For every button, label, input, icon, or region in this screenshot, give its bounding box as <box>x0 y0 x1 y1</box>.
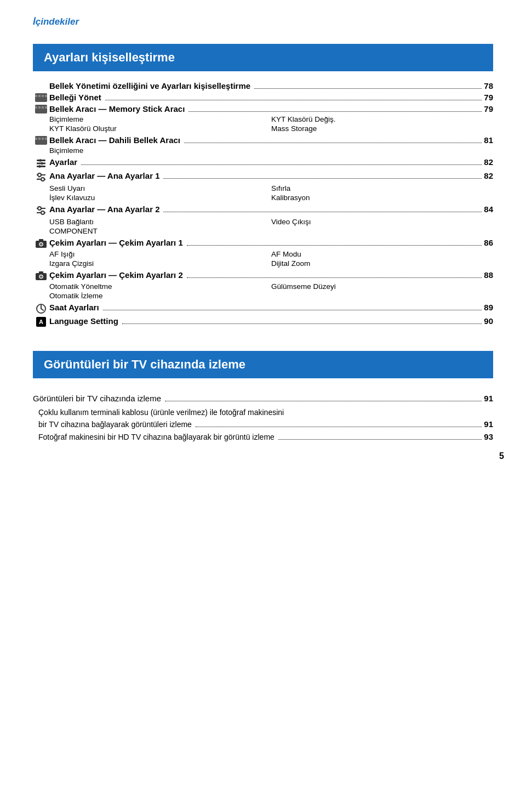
toc-dots <box>196 427 482 427</box>
toc-dots <box>163 178 482 179</box>
toc-sub-item: Kalibrasyon <box>271 193 493 202</box>
toc-entry-cekim-ayarlari-1: Çekim Ayarları — Çekim Ayarları 1 86 AF … <box>33 238 493 268</box>
toc-sub-item: Biçimleme <box>49 115 271 124</box>
toc-page-3: 93 <box>484 432 493 441</box>
toc-page-ana-ayarlar-2: 84 <box>484 205 493 214</box>
toc-sub-item <box>271 226 493 236</box>
toc-sub-ana-ayarlar-2: USB Bağlantı Video Çıkışı COMPONENT <box>33 217 493 236</box>
camera-icon-1 <box>33 239 49 248</box>
toc-entry-bellek-araci: Bellek Aracı — Memory Stick Aracı 79 Biç… <box>33 104 493 133</box>
section2-text3: Fotoğraf makinesini bir HD TV cihazına b… <box>38 433 275 441</box>
toc-sub-item: USB Bağlantı <box>49 217 271 226</box>
toc-entry-ana-ayarlar-2: Ana Ayarlar — Ana Ayarlar 2 84 USB Bağla… <box>33 205 493 236</box>
toc-page-bellek-dahili: 81 <box>484 135 493 145</box>
toc-title-language: Language Setting <box>49 316 118 326</box>
toc-entry-cekim-ayarlari-2: Çekim Ayarları — Çekim Ayarları 2 88 Oto… <box>33 270 493 300</box>
svg-point-12 <box>38 207 41 210</box>
section2-subtext-block: Çoklu kullanım terminali kablosu (ürünle… <box>33 406 493 441</box>
toc-title-bellek-dahili: Bellek Aracı — Dahili Bellek Aracı <box>49 135 180 145</box>
toc-sub-cekim-1: AF Işığı AF Modu Izgara Çizgisi Dijital … <box>33 249 493 268</box>
toc-entry-ana-ayarlar-1: ♩ Ana Ayarlar — Ana Ayarlar 1 82 Sesli U… <box>33 171 493 202</box>
toc-sub-item: Otomatik İzleme <box>49 291 271 300</box>
svg-rect-3 <box>39 159 41 162</box>
clock-icon <box>33 303 49 314</box>
toc-sub-item: Sıfırla <box>271 184 493 193</box>
memory-icon-2 <box>33 105 49 113</box>
toc-dots <box>122 323 482 324</box>
tune-icon-2 <box>33 205 49 216</box>
toc-entry-goruntuleri-tv: Görüntüleri bir TV cihazında izleme 91 <box>33 394 493 403</box>
settings-icon <box>33 158 49 169</box>
toc-dots <box>163 212 482 212</box>
toc-sub-bellek-dahili: Biçimleme <box>33 146 493 155</box>
svg-point-21 <box>40 275 43 278</box>
toc-title-cekim-2: Çekim Ayarları — Çekim Ayarları 2 <box>49 270 183 280</box>
toc-sub-item: İşlev Kılavuzu <box>49 193 271 202</box>
toc-title-bellek-yonetimi: Bellek Yönetimi özelliğini ve Ayarları k… <box>49 81 250 90</box>
toc-entry-bellek-araci-dahili: Bellek Aracı — Dahili Bellek Aracı 81 Bi… <box>33 135 493 155</box>
page-number: 5 <box>499 451 504 461</box>
toc-title-bellegi-yonet: Belleği Yönet <box>49 93 101 102</box>
toc-dots <box>81 164 482 165</box>
toc-page-ayarlar: 82 <box>484 157 493 167</box>
toc-page-saat: 89 <box>484 303 493 312</box>
toc-sub-item <box>271 146 493 155</box>
toc-entry-bellek-yonetimi: Bellek Yönetimi özelliğini ve Ayarları k… <box>33 81 493 90</box>
toc-dots <box>184 143 482 143</box>
svg-rect-22 <box>39 271 43 274</box>
toc-sub-item: Otomatik Yöneltme <box>49 282 271 291</box>
svg-rect-18 <box>39 239 43 241</box>
toc-section1: Bellek Yönetimi özelliğini ve Ayarları k… <box>33 81 493 327</box>
toc-title-saat: Saat Ayarları <box>49 303 99 312</box>
toc-title-cekim-1: Çekim Ayarları — Çekim Ayarları 1 <box>49 238 183 247</box>
svg-point-8 <box>38 173 41 177</box>
memory-icon <box>33 93 49 102</box>
toc-page-bellek-yonetimi: 78 <box>484 81 493 90</box>
toc-entry-saat-ayarlari: Saat Ayarları 89 <box>33 303 493 314</box>
toc-dots <box>278 439 482 440</box>
section2-text2: bir TV cihazına bağlayarak görüntüleri i… <box>38 420 192 429</box>
toc-page-bellegi-yonet: 79 <box>484 93 493 102</box>
toc-title-ana-ayarlar-1: Ana Ayarlar — Ana Ayarlar 1 <box>49 171 159 180</box>
toc-sub-item: Izgara Çizgisi <box>49 259 271 268</box>
toc-sub-item: KYT Klasörü Değiş. <box>271 115 493 124</box>
page-header-title: İçindekiler <box>33 16 493 27</box>
toc-sub-item: Video Çıkışı <box>271 217 493 226</box>
toc-page-2: 91 <box>484 419 493 429</box>
toc-entry-bellegi-yonet: Belleği Yönet 79 <box>33 93 493 102</box>
toc-sub-item: KYT Klasörü Oluştur <box>49 124 271 133</box>
section2-entry-2: bir TV cihazına bağlayarak görüntüleri i… <box>38 419 493 429</box>
toc-sub-ana-ayarlar-1: Sesli Uyarı Sıfırla İşlev Kılavuzu Kalib… <box>33 184 493 202</box>
toc-dots <box>188 111 482 112</box>
toc-sub-item: Mass Storage <box>271 124 493 133</box>
toc-dots <box>105 100 482 100</box>
toc-sub-bellek-araci: Biçimleme KYT Klasörü Değiş. KYT Klasörü… <box>33 115 493 133</box>
toc-page-cekim-2: 88 <box>484 270 493 280</box>
section2-entry-3: Fotoğraf makinesini bir HD TV cihazına b… <box>38 432 493 441</box>
toc-sub-item: AF Işığı <box>49 249 271 259</box>
toc-sub-item: Sesli Uyarı <box>49 184 271 193</box>
section1-header: Ayarları kişiselleştirme <box>33 44 493 71</box>
toc-dots <box>187 245 482 246</box>
toc-sub-cekim-2: Otomatik Yöneltme Gülümseme Düzeyi Otoma… <box>33 282 493 300</box>
toc-sub-item: COMPONENT <box>49 226 271 236</box>
toc-sub-item <box>271 291 493 300</box>
memory-icon-3 <box>33 136 49 145</box>
svg-rect-5 <box>39 165 41 168</box>
toc-dots <box>254 88 482 89</box>
svg-rect-4 <box>41 162 43 165</box>
toc-dots <box>103 310 482 310</box>
toc-title-ayarlar: Ayarlar <box>49 157 77 167</box>
toc-page-cekim-1: 86 <box>484 238 493 247</box>
toc-dots <box>187 277 482 278</box>
toc-page-language: 90 <box>484 316 493 326</box>
section2-header: Görüntüleri bir TV cihazında izleme <box>33 351 493 378</box>
toc-sub-item: AF Modu <box>271 249 493 259</box>
svg-rect-2 <box>37 166 45 167</box>
toc-page-goruntuleri-tv: 91 <box>484 394 493 403</box>
toc-entry-language: A Language Setting 90 <box>33 316 493 327</box>
toc-sub-item: Biçimleme <box>49 146 271 155</box>
toc-page-ana-ayarlar-1: 82 <box>484 171 493 180</box>
toc-title-ana-ayarlar-2: Ana Ayarlar — Ana Ayarlar 2 <box>49 205 159 214</box>
toc-dots <box>165 401 482 401</box>
